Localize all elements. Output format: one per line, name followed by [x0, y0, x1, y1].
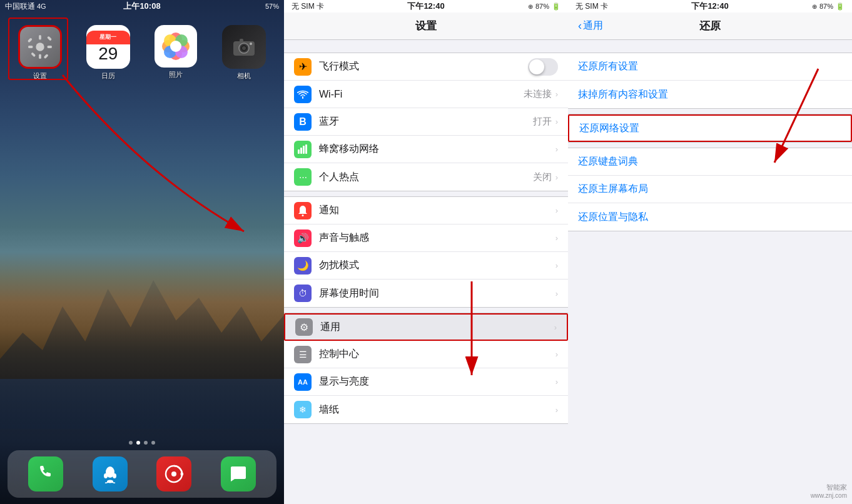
- page-dots: [0, 441, 284, 445]
- screentime-icon: ⏱: [294, 285, 312, 302]
- settings-app[interactable]: 设置: [13, 25, 68, 81]
- section-separator-2: [568, 143, 852, 148]
- svg-rect-7: [31, 52, 36, 57]
- svg-point-36: [302, 214, 304, 216]
- wifi-value: 未连接: [524, 88, 552, 100]
- settings-section-network: ✈ 飞行模式 Wi-Fi 未连接 ›: [284, 53, 568, 191]
- back-label: 通用: [583, 19, 603, 33]
- hotspot-icon: ⋯: [294, 168, 312, 186]
- cellular-label: 蜂窝移动网络: [319, 143, 555, 156]
- bluetooth-label: 蓝牙: [319, 115, 533, 128]
- settings-app-label: 设置: [33, 71, 47, 81]
- dot-3: [144, 441, 148, 445]
- hotspot-label: 个人热点: [319, 171, 533, 184]
- right-carrier: 无 SIM 卡: [576, 1, 608, 12]
- middle-panel: 无 SIM 卡 下午12:40 ⊕ 87% 🔋 设置 ✈ 飞行模式: [284, 0, 568, 504]
- settings-row-cellular[interactable]: 蜂窝移动网络 ›: [284, 136, 568, 163]
- sound-label: 声音与触感: [319, 231, 555, 244]
- left-time: 上午10:08: [123, 1, 160, 12]
- middle-status-bar: 无 SIM 卡 下午12:40 ⊕ 87% 🔋: [284, 0, 568, 13]
- control-label: 控制中心: [319, 348, 555, 361]
- hotspot-chevron: ›: [555, 173, 558, 182]
- erase-all-label: 抹掉所有内容和设置: [578, 88, 668, 101]
- calendar-weekday: 星期一: [86, 31, 130, 44]
- photos-app-label: 照片: [169, 70, 183, 79]
- svg-point-23: [250, 43, 252, 45]
- settings-row-bluetooth[interactable]: B 蓝牙 打开 ›: [284, 108, 568, 136]
- reset-row-all-settings[interactable]: 还原所有设置: [568, 53, 852, 81]
- settings-row-dnd[interactable]: 🌙 勿扰模式 ›: [284, 252, 568, 280]
- reset-row-homescreen[interactable]: 还原主屏幕布局: [568, 176, 852, 203]
- general-label: 通用: [320, 321, 554, 334]
- dock-messages[interactable]: [221, 456, 256, 491]
- section-separator: [568, 109, 852, 114]
- right-status-bar: 无 SIM 卡 下午12:40 ⊕ 87% 🔋: [568, 0, 852, 13]
- left-status-bar: 中国联通 4G 上午10:08 57%: [0, 0, 284, 13]
- general-chevron: ›: [554, 323, 557, 332]
- svg-point-31: [181, 473, 184, 476]
- settings-row-wifi[interactable]: Wi-Fi 未连接 ›: [284, 81, 568, 108]
- settings-row-airplane[interactable]: ✈ 飞行模式: [284, 53, 568, 81]
- camera-app-label: 相机: [237, 71, 251, 81]
- settings-row-wallpaper[interactable]: ❄ 墙纸 ›: [284, 396, 568, 423]
- reset-network-section: 还原网络设置: [568, 114, 852, 143]
- notification-label: 通知: [319, 204, 555, 217]
- reset-location-label: 还原位置与隐私: [578, 211, 648, 224]
- notification-icon: [294, 202, 312, 219]
- settings-row-display[interactable]: AA 显示与亮度 ›: [284, 368, 568, 396]
- svg-rect-1: [39, 35, 41, 40]
- middle-nav-bar: 设置: [284, 13, 568, 40]
- dock-netease[interactable]: [156, 456, 191, 491]
- settings-row-general[interactable]: ⚙ 通用 ›: [284, 313, 568, 341]
- watermark-url: www.znj.com: [811, 492, 847, 499]
- screentime-chevron: ›: [555, 289, 558, 298]
- reset-row-location[interactable]: 还原位置与隐私: [568, 203, 852, 231]
- svg-point-21: [242, 46, 246, 50]
- wallpaper-icon: ❄: [294, 401, 312, 418]
- calendar-app[interactable]: 星期一 29 日历: [81, 25, 136, 81]
- svg-rect-3: [28, 46, 33, 48]
- network-type: 4G: [37, 3, 46, 10]
- bluetooth-value: 打开: [533, 116, 552, 128]
- dot-2: [136, 441, 140, 445]
- dock-phone[interactable]: [28, 456, 63, 491]
- svg-point-26: [104, 473, 108, 478]
- toggle-knob: [529, 59, 544, 74]
- sound-chevron: ›: [555, 233, 558, 243]
- camera-app[interactable]: 相机: [216, 25, 272, 81]
- photos-icon: [155, 25, 197, 68]
- svg-rect-5: [28, 38, 33, 43]
- app-grid: 设置 星期一 29 日历: [0, 19, 284, 87]
- svg-rect-32: [298, 149, 300, 154]
- settings-row-notifications[interactable]: 通知 ›: [284, 197, 568, 224]
- reset-row-keyboard[interactable]: 还原键盘词典: [568, 148, 852, 176]
- airplane-toggle[interactable]: [528, 58, 558, 76]
- svg-point-27: [113, 473, 116, 478]
- dot-1: [129, 441, 133, 445]
- dnd-icon: 🌙: [294, 257, 312, 275]
- settings-row-screentime[interactable]: ⏱ 屏幕使用时间 ›: [284, 280, 568, 307]
- wifi-icon: [294, 86, 312, 103]
- svg-rect-4: [48, 46, 53, 48]
- reset-row-erase-all[interactable]: 抹掉所有内容和设置: [568, 81, 852, 108]
- settings-icon: [18, 25, 62, 69]
- dot-4: [151, 441, 155, 445]
- wallpaper-label: 墙纸: [319, 403, 555, 416]
- middle-time: 下午12:40: [407, 1, 444, 12]
- settings-row-hotspot[interactable]: ⋯ 个人热点 关闭 ›: [284, 163, 568, 191]
- bluetooth-icon: B: [294, 113, 312, 131]
- dock-qq[interactable]: [93, 456, 128, 491]
- sound-icon: 🔊: [294, 229, 312, 247]
- network-settings-list: ✈ 飞行模式 Wi-Fi 未连接 ›: [284, 53, 568, 191]
- display-icon: AA: [294, 373, 312, 391]
- reset-row-network[interactable]: 还原网络设置: [568, 114, 852, 142]
- calendar-day: 29: [98, 44, 118, 64]
- settings-row-sound[interactable]: 🔊 声音与触感 ›: [284, 224, 568, 252]
- back-button[interactable]: ‹ 通用: [578, 19, 603, 33]
- reset-network-label: 还原网络设置: [579, 122, 639, 135]
- photos-app[interactable]: 照片: [148, 25, 204, 81]
- reset-all-label: 还原所有设置: [578, 60, 638, 73]
- settings-row-control[interactable]: ☰ 控制中心 ›: [284, 341, 568, 368]
- general-settings-list: ⚙ 通用 › ☰ 控制中心 › AA 显示与亮度 › ❄ 墙纸 ›: [284, 313, 568, 424]
- screentime-label: 屏幕使用时间: [319, 287, 555, 300]
